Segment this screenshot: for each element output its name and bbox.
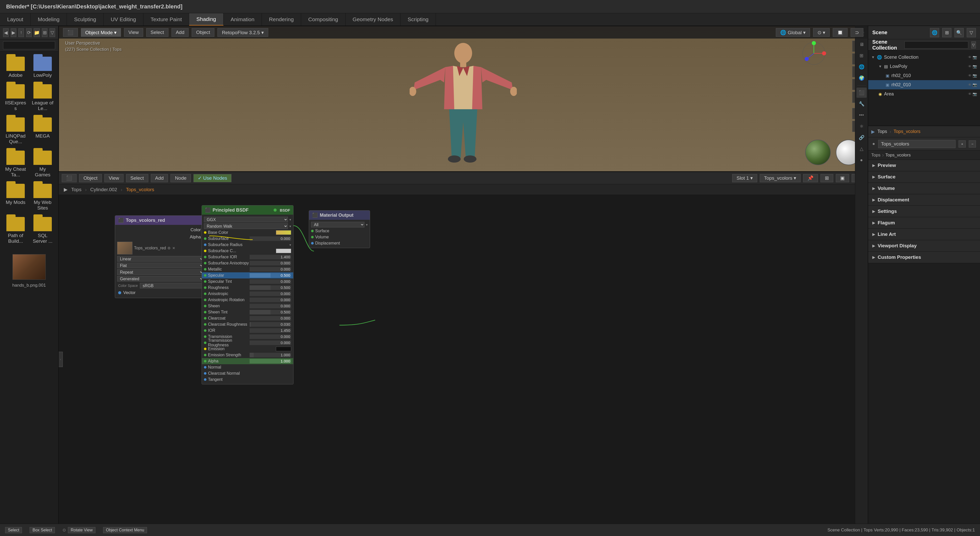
tab-sculpting[interactable]: Sculpting [67, 13, 103, 25]
prop-ior-slider[interactable]: 1.450 [250, 328, 291, 333]
prop-subsurface-color[interactable]: Subsurface C... [202, 248, 293, 254]
prop-clearcoat-roughness-slider[interactable]: 0.030 [250, 322, 291, 327]
section-lineart-header[interactable]: ▶ Line Art [868, 229, 980, 240]
prop-clearcoat-slider[interactable]: 0.000 [250, 316, 291, 321]
hdri-sphere-env[interactable] [805, 140, 831, 165]
vp-editor-type[interactable]: ⬛ [63, 28, 78, 37]
material-output-volume[interactable]: Volume [309, 234, 370, 240]
shader-use-nodes-btn[interactable]: ✓ Use Nodes [193, 174, 231, 182]
vp-object-menu[interactable]: Object [192, 28, 215, 37]
principled-subsurface-select[interactable]: Random Walk Christensen-Burley [204, 223, 288, 229]
tab-compositing[interactable]: Compositing [301, 13, 345, 25]
tab-animation[interactable]: Animation [224, 13, 262, 25]
shader-select-btn[interactable]: Select [126, 174, 148, 182]
shader-slot-selector[interactable]: Slot 1 ▾ [732, 174, 757, 182]
tree-vis-icon-rh02-2[interactable]: 👁 [968, 83, 972, 87]
vp-transform-orient[interactable]: 🌐 Global ▾ [776, 28, 810, 37]
section-displacement-header[interactable]: ▶ Displacement [868, 194, 980, 205]
vp-retopo-tool[interactable]: RetopoFlow 3.2.5 ▾ [218, 28, 268, 37]
pi-scene-icon[interactable]: 🌐 [856, 62, 867, 72]
folder-cheat[interactable]: My Cheat Ta... [2, 148, 29, 181]
prop-base-color-swatch[interactable] [276, 230, 291, 235]
tab-modeling[interactable]: Modeling [30, 13, 67, 25]
folder-mods[interactable]: My Mods [2, 181, 29, 214]
tab-layout[interactable]: Layout [0, 13, 30, 25]
section-volume-header[interactable]: ▶ Volume [868, 183, 980, 194]
pi-world-icon[interactable]: 🌍 [856, 73, 867, 83]
tab-rendering[interactable]: Rendering [262, 13, 301, 25]
mat-breadcrumb-vcolors[interactable]: Tops_vcolors [885, 153, 911, 158]
texture-close-icon[interactable]: ✕ [172, 246, 175, 250]
rp-search-btn[interactable]: 🔍 [955, 28, 964, 37]
prop-metallic-slider[interactable]: 0.000 [250, 267, 291, 272]
pi-physics-icon[interactable]: ⚛ [856, 121, 867, 132]
prop-emission-strength-slider[interactable]: 1.000 [250, 353, 291, 357]
file-thumbnail[interactable] [13, 254, 46, 280]
shader-object-btn[interactable]: Object [79, 174, 102, 182]
shader-canvas[interactable]: ‹ ⬛ Tops_vcolors_red ✕ Color [59, 195, 868, 524]
section-flagum-header[interactable]: ▶ Flagum [868, 217, 980, 229]
prop-subsurface-anisotropy[interactable]: Subsurface Anisotropy 0.000 [202, 260, 293, 266]
section-viewport-display-header[interactable]: ▶ Viewport Display [868, 240, 980, 251]
prop-anisotropic[interactable]: Anisotropic 0.000 [202, 291, 293, 297]
fb-back-button[interactable]: ◀ [3, 28, 9, 37]
pi-object-data-icon[interactable]: △ [856, 144, 867, 154]
node-principled-bsdf[interactable]: ⬛ Principled BSDF BSDF GGX Multiscatter … [202, 205, 293, 384]
prop-transmission-roughness[interactable]: Transmission Roughness 0.000 [202, 340, 293, 346]
folder-sqlserver[interactable]: SQL Server ... [29, 214, 56, 247]
prop-transmission-roughness-slider[interactable]: 0.000 [250, 340, 291, 345]
status-key-context-menu[interactable]: Object Context Menu [103, 527, 147, 533]
node-texture-image[interactable]: ⬛ Tops_vcolors_red ✕ Color Alpha [115, 215, 209, 298]
prop-emission-swatch[interactable] [276, 347, 291, 351]
tab-scripting[interactable]: Scripting [401, 13, 436, 25]
file-browser-search-input[interactable] [3, 41, 55, 49]
tree-item-rh02-1[interactable]: ▣ rh02_010 👁 📷 [868, 71, 980, 80]
rp-options-btn[interactable]: ▽ [967, 28, 976, 37]
vp-snap-toggle[interactable]: 🔲 [833, 28, 848, 37]
prop-sheen-tint[interactable]: Sheen Tint 0.500 [202, 309, 293, 315]
tree-vis-icon-lowpoly[interactable]: 👁 [968, 64, 972, 68]
tree-item-lowpoly[interactable]: ▼ ▤ LowPoly 👁 📷 [868, 62, 980, 71]
shader-editor-type[interactable]: ⬛ [62, 174, 76, 182]
tree-item-area[interactable]: ◉ Area 👁 📷 [868, 89, 980, 99]
shader-display-btn[interactable]: ⊞ [821, 174, 833, 182]
shader-overlay-btn[interactable]: ▣ [836, 174, 849, 182]
prop-clearcoat-normal[interactable]: Clearcoat Normal [202, 371, 293, 377]
pi-material-icon[interactable]: ● [856, 155, 867, 165]
prop-emission-strength[interactable]: Emission Strength 1.000 [202, 352, 293, 358]
material-output-displacement[interactable]: Displacement [309, 240, 370, 246]
breadcrumb-tops[interactable]: Tops [71, 187, 81, 192]
material-remove-btn[interactable]: − [969, 140, 976, 148]
prop-subsurface-color-swatch[interactable] [276, 249, 291, 253]
shader-view-btn[interactable]: View [104, 174, 124, 182]
prop-subsurface-anisotropy-slider[interactable]: 0.000 [250, 261, 291, 266]
status-key-box-select[interactable]: Box Select [30, 527, 55, 533]
fb-forward-button[interactable]: ▶ [11, 28, 16, 37]
tree-item-scene[interactable]: ▼ 🌐 Scene Collection 👁 📷 [868, 52, 980, 62]
tab-geometry-nodes[interactable]: Geometry Nodes [345, 13, 401, 25]
pi-constraints-icon[interactable]: 🔗 [856, 132, 867, 143]
texture-interpolation-select[interactable]: Linear Closest Cubic [117, 256, 204, 262]
tree-render-icon-rh02-2[interactable]: 📷 [973, 83, 977, 87]
section-preview-header[interactable]: ▶ Preview [868, 160, 980, 171]
material-add-btn[interactable]: + [959, 140, 966, 148]
vp-object-mode[interactable]: Object Mode ▾ [81, 28, 121, 37]
folder-pathofbuilding[interactable]: Path of Build... [2, 214, 29, 247]
folder-league[interactable]: League of Le... [29, 81, 56, 115]
prop-subsurface-ior[interactable]: Subsurface IOR 1.400 [202, 254, 293, 260]
tab-uv-editing[interactable]: UV Editing [103, 13, 143, 25]
prop-anisotropic-slider[interactable]: 0.000 [250, 291, 291, 296]
section-settings-header[interactable]: ▶ Settings [868, 206, 980, 217]
texture-colorspace-select[interactable]: sRGB Linear [140, 283, 206, 288]
prop-roughness[interactable]: Roughness 0.500 [202, 285, 293, 291]
section-custom-properties-header[interactable]: ▶ Custom Properties [868, 252, 980, 263]
prop-anisotropic-rotation[interactable]: Anisotropic Rotation 0.000 [202, 297, 293, 303]
outliner-search-input[interactable] [904, 41, 968, 48]
tree-vis-icon-rh02-1[interactable]: 👁 [968, 73, 972, 78]
prop-subsurface[interactable]: Subsurface 0.000 [202, 235, 293, 242]
prop-roughness-slider[interactable]: 0.500 [250, 285, 291, 290]
shader-pin-btn[interactable]: 📌 [803, 174, 818, 182]
folder-linqpad[interactable]: LINQPad Que... [2, 115, 29, 148]
outliner-filter-btn[interactable]: ▽ [971, 41, 976, 48]
shader-node-btn[interactable]: Node [170, 174, 191, 182]
